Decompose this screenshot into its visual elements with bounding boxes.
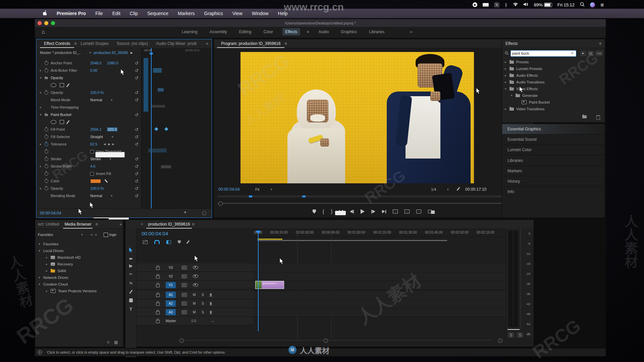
play-icon[interactable] bbox=[361, 209, 365, 214]
fill-selector-select[interactable]: Straight bbox=[90, 135, 103, 139]
mute-button[interactable]: M bbox=[193, 310, 196, 314]
step-back-icon[interactable] bbox=[350, 210, 354, 214]
mark-out-icon[interactable]: } bbox=[331, 209, 333, 214]
stopwatch-icon-active[interactable] bbox=[45, 142, 48, 146]
panel-menu-icon[interactable]: ≡ bbox=[74, 41, 76, 46]
funnel-filter-icon[interactable]: ▼ bbox=[183, 210, 187, 214]
tree-item-creative-cloud[interactable]: ▾Creative Cloud bbox=[39, 281, 120, 288]
tab-media-browser[interactable]: Media Browser bbox=[63, 220, 93, 229]
keyboard-icon[interactable] bbox=[483, 3, 489, 7]
reset-icon[interactable]: ↺ bbox=[135, 193, 139, 198]
fit-select[interactable]: Fit bbox=[255, 187, 259, 191]
add-marker-icon[interactable] bbox=[313, 209, 316, 214]
export-frame-icon[interactable]: ◦ bbox=[416, 209, 421, 214]
track-header-a2[interactable]: A2MS bbox=[137, 299, 253, 308]
new-custom-bin-icon[interactable] bbox=[582, 115, 587, 118]
ec-row-time-remapping[interactable]: ▸Time Remapping bbox=[37, 104, 141, 111]
reset-icon[interactable]: ↺ bbox=[135, 75, 139, 80]
rect-mask-icon[interactable] bbox=[60, 120, 64, 124]
menu-window[interactable]: Window bbox=[252, 11, 269, 16]
opacity-value[interactable]: 100.0 % bbox=[90, 90, 104, 95]
stopwatch-icon[interactable] bbox=[45, 165, 48, 168]
timeline-playhead[interactable] bbox=[258, 231, 259, 331]
tab-audio-clip-mixer[interactable]: Audio Clip Mixer: prodi bbox=[152, 39, 201, 48]
sidebar-item-history[interactable]: History bbox=[502, 176, 605, 187]
linked-selection-icon[interactable] bbox=[166, 240, 171, 244]
voiceover-mic-icon[interactable] bbox=[210, 293, 212, 296]
ec-row-fx-paint-bucket[interactable]: ▾fxPaint Bucket↺ bbox=[37, 111, 141, 118]
menu-graphics[interactable]: Graphics bbox=[204, 11, 223, 16]
menu-markers[interactable]: Markers bbox=[178, 11, 195, 16]
track-header-a3[interactable]: A3MS bbox=[137, 308, 253, 316]
track-header-a1[interactable]: A1MS bbox=[137, 291, 253, 299]
tree-item-macintosh-hd[interactable]: ▸Macintosh HD bbox=[39, 254, 120, 261]
control-center-icon[interactable]: ≣ bbox=[600, 2, 604, 7]
sidebar-item-essential-sound[interactable]: Essential Sound bbox=[502, 134, 605, 145]
go-to-out-icon[interactable] bbox=[382, 210, 386, 214]
extract-icon[interactable]: ↓ bbox=[405, 209, 410, 214]
playback-resolution-select[interactable]: 1/4 bbox=[431, 187, 436, 191]
blend-mode-select[interactable]: Normal bbox=[90, 98, 102, 102]
effects-search-input[interactable] bbox=[511, 50, 576, 57]
voiceover-mic-icon[interactable] bbox=[210, 311, 212, 313]
master-gain-value[interactable]: 0.0 bbox=[192, 319, 196, 323]
nest-toggle-icon[interactable] bbox=[143, 240, 148, 244]
solo-button[interactable]: S bbox=[202, 302, 204, 305]
wifi-icon[interactable] bbox=[513, 2, 518, 7]
stopwatch-icon[interactable] bbox=[45, 150, 48, 154]
tree-item-recovery[interactable]: ▸Recovery bbox=[39, 261, 120, 267]
track-header-v1[interactable]: V1 bbox=[137, 281, 253, 289]
scroll-handle[interactable] bbox=[179, 339, 184, 343]
lock-icon[interactable] bbox=[156, 311, 160, 314]
screen-record-icon[interactable] bbox=[473, 2, 477, 7]
menu-sequence[interactable]: Sequence bbox=[147, 11, 168, 16]
stopwatch-icon[interactable] bbox=[45, 179, 48, 183]
mark-in-icon[interactable]: { bbox=[323, 209, 324, 214]
solo-right-button[interactable]: S bbox=[517, 333, 523, 338]
source-patch-icon[interactable] bbox=[182, 275, 187, 278]
menu-clock[interactable]: Fri 15:12 bbox=[557, 2, 575, 7]
ingest-checkbox[interactable] bbox=[104, 233, 108, 237]
bluetooth-icon[interactable]: ᛒ bbox=[505, 2, 507, 7]
lock-icon[interactable] bbox=[156, 276, 160, 279]
panel-menu-icon[interactable]: ≡ bbox=[599, 41, 601, 46]
tab-effects[interactable]: Effects bbox=[505, 39, 518, 48]
ripple-edit-tool-icon[interactable] bbox=[129, 264, 132, 267]
stopwatch-icon[interactable] bbox=[45, 187, 48, 190]
tab-project[interactable]: ect: Untitled bbox=[37, 220, 60, 229]
reset-icon[interactable]: ↺ bbox=[135, 98, 139, 103]
settings-wrench-icon[interactable] bbox=[457, 187, 460, 191]
list-view-icon[interactable]: ≡ bbox=[107, 340, 109, 345]
tree-item-team-projects[interactable]: ▸Team Projects Versions bbox=[39, 288, 120, 294]
tree-item-network-drives[interactable]: ▾Network Drives bbox=[39, 274, 120, 281]
panel-menu-icon[interactable]: ≡ bbox=[192, 222, 194, 227]
blending-mode-select[interactable]: Normal bbox=[90, 194, 102, 198]
workspace-editing[interactable]: Editing bbox=[236, 28, 254, 36]
slip-tool-icon[interactable]: ⇆ bbox=[129, 281, 132, 285]
add-keyframe-icon[interactable]: ◆ bbox=[108, 142, 110, 146]
tree-item-lumetri-presets[interactable]: ▸Lumetri Presets bbox=[505, 65, 603, 72]
track-lane-v2[interactable] bbox=[253, 272, 506, 281]
prev-keyframe-icon[interactable]: ◀ bbox=[103, 142, 106, 146]
program-timecode[interactable]: 00:00:04:04 bbox=[218, 187, 239, 192]
tree-item-favorites[interactable]: ▾Favorites bbox=[39, 241, 120, 247]
workspace-effects[interactable]: Effects bbox=[282, 28, 300, 36]
sidebar-item-libraries[interactable]: Libraries bbox=[502, 155, 605, 166]
workspace-learning[interactable]: Learning bbox=[179, 28, 200, 36]
tree-item-video-transitions[interactable]: ▸Video Transitions bbox=[505, 106, 603, 112]
lock-icon[interactable] bbox=[156, 284, 160, 287]
fill-point-x[interactable]: 2556.1 bbox=[90, 127, 102, 131]
antiflicker-value[interactable]: 0.00 bbox=[90, 68, 97, 72]
comparison-view-icon[interactable] bbox=[428, 209, 435, 214]
timeline-timecode[interactable]: 00:00:04:04 bbox=[142, 231, 168, 236]
track-lane-a2[interactable] bbox=[253, 299, 506, 308]
back-icon[interactable]: ◀ bbox=[90, 233, 93, 236]
clear-search-icon[interactable]: ✕ bbox=[571, 52, 574, 55]
reset-icon[interactable]: ↺ bbox=[135, 61, 139, 66]
tab-source[interactable]: Source: (no clips) bbox=[113, 39, 152, 48]
stopwatch-icon[interactable] bbox=[45, 69, 48, 72]
source-patch-icon[interactable] bbox=[182, 293, 187, 297]
view-threshold-checkbox[interactable] bbox=[90, 150, 94, 154]
solo-button[interactable]: S bbox=[202, 310, 204, 314]
tree-item-audio-effects[interactable]: ▸Audio Effects bbox=[505, 72, 603, 79]
